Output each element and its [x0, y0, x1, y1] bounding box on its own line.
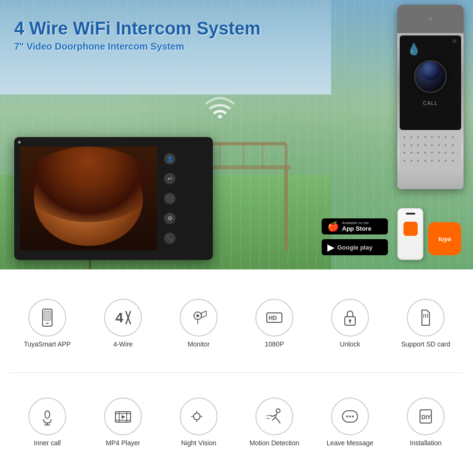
- speaker-dot: [411, 136, 412, 138]
- record-icon: ⬛: [164, 193, 175, 204]
- svg-text:HD: HD: [269, 315, 277, 321]
- google-icon: ▶: [327, 242, 334, 253]
- tuya-text: tuya: [438, 235, 451, 242]
- svg-point-31: [349, 320, 351, 322]
- svg-point-54: [352, 415, 354, 417]
- 4wire-label: 4-Wire: [113, 340, 132, 348]
- features-row-2: Inner call MP4 Player: [9, 375, 464, 469]
- monitor-controls: 👤 ↩ ⬛ ⚙ 📞: [164, 153, 175, 244]
- svg-text:DIY: DIY: [421, 414, 431, 421]
- speaker-dot: [445, 136, 447, 138]
- innercall-icon: [28, 398, 66, 435]
- speaker-dot: [452, 144, 454, 146]
- speaker-dot: [445, 144, 447, 146]
- speaker-dot: [417, 144, 419, 146]
- apple-icon: 🍎: [327, 221, 339, 232]
- tuyasmart-label: TuyaSmart APP: [24, 340, 70, 348]
- features-row-1: TuyaSmart APP 4 4-Wire: [9, 277, 464, 370]
- feature-hd: HD 1080P: [241, 299, 307, 348]
- phone-notch: [406, 213, 415, 215]
- speaker-dot: [452, 136, 454, 138]
- feature-tuyasmart: TuyaSmart APP: [14, 299, 80, 348]
- feature-monitor: Monitor: [166, 299, 232, 348]
- speaker-dot: [452, 152, 454, 154]
- svg-point-18: [218, 115, 222, 118]
- googleplay-badge[interactable]: ▶ Google play: [322, 239, 388, 255]
- speaker-dot: [424, 136, 426, 138]
- appstore-text: Available on the App Store: [342, 221, 371, 232]
- appstore-label: App Store: [342, 225, 371, 232]
- speaker-dot: [403, 152, 405, 154]
- phone-screen: [398, 209, 422, 259]
- monitor-icon: [180, 299, 218, 337]
- mp4-label: MP4 Player: [106, 439, 140, 447]
- phone-mockup: [397, 208, 423, 260]
- sdcard-label: Support SD card: [401, 340, 450, 348]
- speaker-dot: [445, 152, 447, 154]
- innercall-label: Inner call: [34, 439, 61, 447]
- feature-diy: DIY Installation: [393, 398, 459, 447]
- mp4-icon: [104, 398, 142, 435]
- speaker-dot: [411, 152, 412, 154]
- feature-innercall: Inner call: [14, 398, 80, 447]
- speaker-dot: [417, 160, 419, 162]
- phone-app-icon: [403, 222, 418, 236]
- sub-title: 7" Video Doorphone Intercom System: [14, 41, 261, 52]
- doorbell-lens: [414, 60, 447, 93]
- nightvision-label: Night Vision: [181, 439, 216, 447]
- hair: [25, 147, 152, 222]
- speaker-dot: [424, 144, 426, 146]
- doorbell-speaker: [400, 132, 461, 170]
- app-badges: 🍎 Available on the App Store ▶ Google pl…: [322, 218, 388, 255]
- svg-point-26: [196, 314, 199, 317]
- back-icon: ↩: [164, 173, 175, 184]
- feature-unlock: Unlock: [317, 299, 383, 348]
- speaker-dot: [452, 160, 454, 162]
- googleplay-label: Google play: [337, 244, 372, 251]
- unlock-icon: [331, 299, 369, 337]
- speaker-dot: [438, 152, 440, 154]
- outdoor-doorbell: 💧 CALL: [397, 5, 464, 189]
- speaker-dot: [411, 160, 412, 162]
- hero-title: 4 Wire WiFi Intercom System 7" Video Doo…: [14, 19, 261, 52]
- doorbell-top: [397, 5, 464, 33]
- sdcard-icon: [407, 299, 445, 337]
- doorbell-camera-area: 💧 CALL: [400, 35, 461, 130]
- svg-point-36: [45, 411, 50, 418]
- hd-label: 1080P: [265, 340, 284, 348]
- hero-section: 4 Wire WiFi Intercom System 7" Video Doo…: [0, 0, 473, 269]
- wifi-icon: [203, 95, 236, 118]
- svg-point-45: [193, 413, 200, 420]
- main-container: 4 Wire WiFi Intercom System 7" Video Doo…: [0, 0, 473, 476]
- doorbell-top-dot: [429, 17, 432, 20]
- svg-text:4: 4: [115, 310, 123, 325]
- feature-mp4: MP4 Player: [90, 398, 156, 447]
- message-label: Leave Message: [327, 439, 374, 447]
- phone-icon: 📞: [164, 233, 175, 244]
- appstore-badge[interactable]: 🍎 Available on the App Store: [322, 218, 388, 234]
- speaker-dot: [438, 136, 440, 138]
- 4wire-icon: 4: [104, 299, 142, 337]
- contact-icon: 👤: [164, 153, 175, 164]
- lens-inner: [421, 61, 440, 80]
- motion-icon: [255, 398, 293, 435]
- svg-point-50: [276, 409, 280, 413]
- diy-icon: DIY: [407, 398, 445, 435]
- googleplay-text: Google play: [337, 244, 372, 251]
- speaker-dot: [417, 136, 419, 138]
- hd-icon: HD: [255, 299, 293, 337]
- unlock-label: Unlock: [340, 340, 360, 348]
- message-icon: [331, 398, 369, 435]
- speaker-dot: [438, 160, 440, 162]
- doorbell-small-dot: [453, 39, 456, 43]
- main-title: 4 Wire WiFi Intercom System: [14, 19, 261, 39]
- speaker-dot: [411, 144, 412, 146]
- water-drop1: 💧: [407, 43, 421, 56]
- feature-motion: Motion Detection: [241, 398, 307, 447]
- tuya-logo: tuya: [428, 222, 461, 255]
- speaker-dot: [431, 160, 433, 162]
- speaker-dot: [431, 144, 433, 146]
- indoor-monitor: 👤 ↩ ⬛ ⚙ 📞: [14, 137, 213, 260]
- monitor-screen: [20, 147, 157, 251]
- speaker-dot: [424, 152, 426, 154]
